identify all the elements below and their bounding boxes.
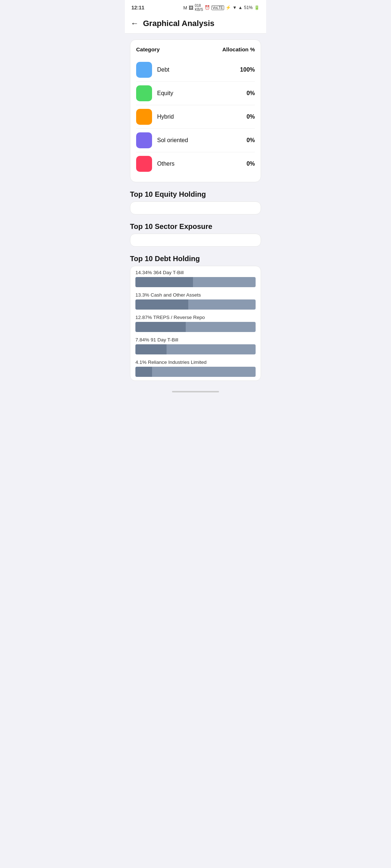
debt-bar-label: 7.84% 91 Day T-Bill xyxy=(135,337,256,342)
debt-bar-label: 12.87% TREPS / Reverse Repo xyxy=(135,315,256,320)
category-row-left: Others xyxy=(136,156,175,172)
category-name: Debt xyxy=(157,67,169,73)
sector-section-title: Top 10 Sector Exposure xyxy=(130,221,261,234)
debt-section: Top 10 Debt Holding 14.34% 364 Day T-Bil… xyxy=(130,253,261,381)
volte-icon: VoLTE xyxy=(211,5,224,10)
allocation-column-header: Allocation % xyxy=(222,46,255,52)
debt-bar-fill xyxy=(135,277,193,287)
gmail-icon: M xyxy=(183,5,187,10)
status-bar: 12:11 M 🖼 018KB/S ⏰ VoLTE ⚡ ▼ ▲ 51% 🔋 xyxy=(125,0,266,14)
back-button[interactable]: ← xyxy=(131,20,139,27)
debt-item: 7.84% 91 Day T-Bill xyxy=(135,337,256,354)
category-row-left: Hybrid xyxy=(136,109,174,125)
sector-section: Top 10 Sector Exposure xyxy=(130,221,261,247)
sector-empty-card xyxy=(130,234,261,247)
debt-item: 4.1% Reliance Industries Limited xyxy=(135,359,256,377)
debt-bar-label: 13.3% Cash and Other Assets xyxy=(135,292,256,298)
category-color-box xyxy=(136,132,152,148)
category-row: Debt 100% xyxy=(136,58,255,82)
category-color-box xyxy=(136,85,152,101)
category-name: Sol oriented xyxy=(157,137,188,144)
category-row: Equity 0% xyxy=(136,82,255,105)
page-header: ← Graphical Analysis xyxy=(125,14,266,34)
category-name: Others xyxy=(157,161,175,167)
wifi-icon: ▼ xyxy=(232,5,237,10)
debt-bar-label: 4.1% Reliance Industries Limited xyxy=(135,359,256,365)
debt-bar-container xyxy=(135,277,256,287)
equity-section-title: Top 10 Equity Holding xyxy=(130,189,261,201)
photo-icon: 🖼 xyxy=(189,5,193,10)
allocation-value: 0% xyxy=(247,137,255,144)
allocation-value: 0% xyxy=(247,90,255,97)
category-name: Equity xyxy=(157,90,173,97)
debt-bar-container xyxy=(135,344,256,354)
debt-bar-fill xyxy=(135,367,152,377)
category-allocation-card: Category Allocation % Debt 100% Equity 0… xyxy=(130,39,261,182)
debt-bar-fill xyxy=(135,299,188,310)
debt-bar-container xyxy=(135,299,256,310)
allocation-value: 0% xyxy=(247,161,255,167)
page-title: Graphical Analysis xyxy=(143,19,214,28)
debt-item: 13.3% Cash and Other Assets xyxy=(135,292,256,310)
battery-level: 51% xyxy=(244,5,253,10)
debt-items-wrapper: 14.34% 364 Day T-Bill 13.3% Cash and Oth… xyxy=(130,266,261,381)
category-row: Hybrid 0% xyxy=(136,105,255,129)
debt-item: 14.34% 364 Day T-Bill xyxy=(135,270,256,287)
category-column-header: Category xyxy=(136,46,160,52)
scroll-bar xyxy=(172,391,219,392)
category-row: Sol oriented 0% xyxy=(136,129,255,152)
category-color-box xyxy=(136,109,152,125)
status-time: 12:11 xyxy=(131,5,144,10)
allocation-value: 0% xyxy=(247,114,255,120)
category-row-left: Sol oriented xyxy=(136,132,188,148)
signal-icon: ▲ xyxy=(238,5,243,10)
category-color-box xyxy=(136,62,152,78)
debt-section-title: Top 10 Debt Holding xyxy=(130,253,261,266)
equity-section: Top 10 Equity Holding xyxy=(130,189,261,214)
debt-bar-container xyxy=(135,322,256,332)
category-row: Others 0% xyxy=(136,152,255,175)
bluetooth-icon: ⚡ xyxy=(226,5,231,10)
debt-bar-fill xyxy=(135,344,167,354)
main-content: Category Allocation % Debt 100% Equity 0… xyxy=(125,34,266,400)
battery-icon: 🔋 xyxy=(254,5,260,10)
category-row-left: Equity xyxy=(136,85,173,101)
category-table-header: Category Allocation % xyxy=(136,46,255,52)
category-row-left: Debt xyxy=(136,62,169,78)
category-color-box xyxy=(136,156,152,172)
debt-bar-label: 14.34% 364 Day T-Bill xyxy=(135,270,256,275)
allocation-value: 100% xyxy=(240,67,255,73)
debt-bar-fill xyxy=(135,322,186,332)
category-rows-container: Debt 100% Equity 0% Hybrid 0% Sol orient… xyxy=(136,58,255,175)
category-name: Hybrid xyxy=(157,114,174,120)
debt-item: 12.87% TREPS / Reverse Repo xyxy=(135,315,256,332)
equity-empty-card xyxy=(130,201,261,214)
status-icons: M 🖼 018KB/S ⏰ VoLTE ⚡ ▼ ▲ 51% 🔋 xyxy=(183,4,260,12)
debt-bar-container xyxy=(135,367,256,377)
alarm-icon: ⏰ xyxy=(205,5,210,10)
data-speed: 018KB/S xyxy=(195,4,203,12)
scroll-indicator xyxy=(130,387,261,394)
